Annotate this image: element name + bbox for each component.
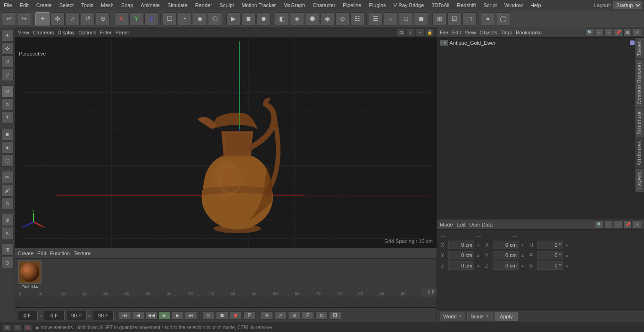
h-rot-input[interactable] — [537, 241, 563, 249]
menu-create[interactable]: Create — [33, 1, 56, 9]
material-button[interactable]: ● — [481, 12, 495, 25]
timeline-select-btn[interactable]: ⊞ — [288, 311, 300, 320]
step-forward-button[interactable]: ▶ — [172, 311, 184, 320]
menu-snap[interactable]: Snap — [117, 1, 137, 9]
x-axis-button[interactable]: X — [114, 12, 128, 25]
obj-bookmarks-menu[interactable]: Bookmarks — [516, 30, 542, 35]
scale-tool-button[interactable]: ⤢ — [66, 12, 80, 25]
menu-animate[interactable]: Animate — [137, 1, 164, 9]
layers-tab[interactable]: Layers — [635, 169, 644, 192]
menu-script[interactable]: Script — [480, 1, 501, 9]
timeline-move-btn[interactable]: ✜ — [261, 311, 273, 320]
mat-create-menu[interactable]: Create — [18, 251, 33, 256]
material-thumbnail[interactable] — [18, 260, 41, 284]
menu-plugins[interactable]: Plugins — [365, 1, 389, 9]
rotate-tool-button[interactable]: ↺ — [81, 12, 95, 25]
vp-lock-icon[interactable]: 🔒 — [425, 28, 434, 37]
obj-file-menu[interactable]: File — [440, 30, 448, 35]
grid-button[interactable]: ◻ — [462, 12, 477, 25]
lp-rotate[interactable]: ↺ — [1, 56, 14, 68]
point-mode-button[interactable]: • — [178, 12, 192, 25]
nurbs-button[interactable]: ⬦ — [384, 12, 398, 25]
z-pos-input[interactable] — [448, 261, 474, 270]
preview-start-input[interactable] — [44, 311, 65, 320]
lp-scale[interactable]: ⤢ — [1, 69, 14, 81]
menu-motion-tracker[interactable]: Motion Tracker — [238, 1, 280, 9]
structure-tab[interactable]: Structure — [635, 108, 644, 138]
menu-edit[interactable]: Edit — [16, 1, 33, 9]
attr-search-btn[interactable]: 🔍 — [595, 220, 603, 229]
menu-file[interactable]: File — [0, 1, 16, 9]
obj-view-menu[interactable]: View — [465, 30, 476, 35]
lp-object[interactable]: O — [1, 98, 14, 111]
attributes-tab[interactable]: Attributes — [635, 138, 644, 169]
vp-display-menu[interactable]: Display — [58, 30, 74, 35]
lp-morph[interactable]: ⊕ — [1, 214, 14, 226]
object-mode-button[interactable]: ☐ — [163, 12, 177, 25]
obj-edit-menu[interactable]: Edit — [452, 30, 461, 35]
auto-key-button[interactable]: P — [243, 311, 256, 320]
cylinder-button[interactable]: ⬣ — [305, 12, 319, 25]
poly-mode-button[interactable]: ⬡ — [208, 12, 222, 25]
attr-mode-menu[interactable]: Mode — [440, 222, 453, 227]
vp-cameras-menu[interactable]: Cameras — [33, 30, 54, 35]
texture-button[interactable]: ◯ — [496, 12, 510, 25]
floor-button[interactable]: ☷ — [350, 12, 364, 25]
lp-pen[interactable]: ✏ — [1, 171, 14, 183]
go-to-end-button[interactable]: ⏭ — [185, 311, 197, 320]
menu-mograph[interactable]: MoGraph — [280, 1, 309, 9]
vp-options-menu[interactable]: Options — [78, 30, 96, 35]
generator-button[interactable]: ◼ — [414, 12, 428, 25]
panel-expand-btn[interactable]: ↗ — [633, 28, 641, 37]
panel-pin-btn[interactable]: 📌 — [614, 28, 622, 37]
menu-help[interactable]: Help — [527, 1, 545, 9]
attr-nav2-btn[interactable]: → — [614, 220, 622, 229]
world-dropdown[interactable]: World ▼ — [440, 312, 465, 321]
render-view-button[interactable]: ▶ — [226, 12, 240, 25]
deformer-button[interactable]: □ — [399, 12, 413, 25]
layout-select[interactable]: Startup — [613, 1, 642, 9]
b-rot-input[interactable] — [537, 261, 563, 270]
takes-tab[interactable]: Takes — [635, 38, 644, 59]
film-btn[interactable]: 🎞 — [329, 311, 341, 320]
status-close-btn[interactable]: ✕ — [24, 324, 32, 331]
lp-model[interactable]: M — [1, 85, 14, 97]
lp-cube[interactable]: ■ — [1, 128, 14, 140]
lp-grid[interactable]: ⊞ — [1, 243, 14, 256]
light-button[interactable]: ⊙ — [335, 12, 349, 25]
step-back-button[interactable]: ◀ — [132, 311, 144, 320]
lp-knife[interactable]: K — [1, 227, 14, 239]
z-axis-button[interactable]: Z — [144, 12, 158, 25]
menu-render[interactable]: Render — [191, 1, 216, 9]
object-row[interactable]: L0 Antique_Gold_Ewer — [437, 38, 644, 48]
panel-search-btn[interactable]: 🔍 — [586, 28, 594, 37]
vp-panel-menu[interactable]: Panel — [116, 30, 129, 35]
p-rot-input[interactable] — [537, 251, 563, 259]
redo-button[interactable]: ↪ — [17, 12, 31, 25]
apply-button[interactable]: Apply — [495, 312, 518, 321]
loop-button[interactable]: ⟳ — [202, 311, 215, 320]
edge-mode-button[interactable]: ◆ — [193, 12, 207, 25]
play-back-button[interactable]: ◀◀ — [145, 311, 157, 320]
preview-end-input[interactable] — [66, 311, 87, 320]
obj-color-swatch[interactable] — [630, 40, 635, 45]
attr-pin-btn[interactable]: 📌 — [623, 220, 632, 229]
timeline-track[interactable] — [15, 297, 437, 308]
panel-menu-btn[interactable]: ⊞ — [623, 28, 632, 37]
cube-button[interactable]: ◧ — [275, 12, 289, 25]
menu-sculpt[interactable]: Sculpt — [216, 1, 238, 9]
stop-button[interactable]: ⏹ — [216, 311, 228, 320]
timeline-scale-btn[interactable]: ⤢ — [274, 311, 287, 320]
menu-redshift[interactable]: Redshift — [453, 1, 479, 9]
move-tool-button[interactable]: ✜ — [50, 12, 65, 25]
lp-cyl[interactable]: ⬡ — [1, 154, 14, 167]
status-icon-1[interactable]: 🖥 — [3, 324, 11, 331]
record-button[interactable]: ⏺ — [230, 311, 242, 320]
play-button[interactable]: ▶ — [158, 311, 171, 320]
end-frame-input[interactable] — [93, 311, 114, 320]
content-browser-tab[interactable]: Content Browser — [635, 59, 644, 107]
y-axis-button[interactable]: Y — [129, 12, 143, 25]
mat-function-menu[interactable]: Function — [50, 251, 70, 256]
xpresso-button[interactable]: ⊞ — [432, 12, 446, 25]
attr-edit-menu[interactable]: Edit — [457, 222, 466, 227]
